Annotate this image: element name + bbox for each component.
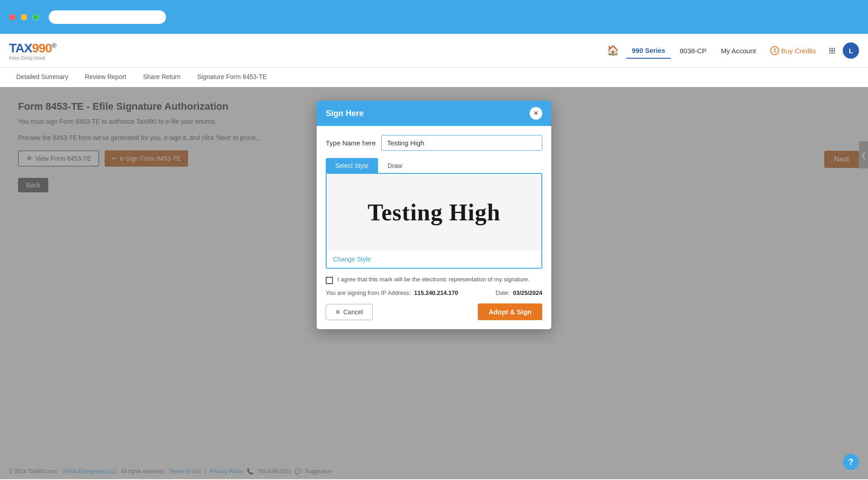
sub-nav: Detailed Summary Review Report Share Ret… [0,68,868,87]
traffic-light-red[interactable] [9,14,15,20]
app-container: TAX990® Keep Doing Good 🏠 990 Series 803… [0,34,868,480]
change-style-link[interactable]: Change Style [333,256,371,263]
nav-990-series[interactable]: 990 Series [626,43,670,59]
sign-here-modal: Sign Here × Type Name here Select Style … [317,101,551,329]
nav-my-account[interactable]: My Account [716,43,762,58]
ip-label: You are signing from IP Address: 115.240… [326,289,458,296]
grid-icon[interactable]: ⊞ [825,42,839,59]
date-value: 03/25/2024 [513,289,542,296]
tab-select-style[interactable]: Select Style [326,158,378,173]
agreement-row: I agree that this mark will be the elect… [326,276,542,284]
address-bar[interactable] [49,10,166,24]
logo-tax: TAX990® [9,41,56,56]
cancel-button[interactable]: ✕ Cancel [326,304,373,320]
modal-overlay: Sign Here × Type Name here Select Style … [0,87,868,479]
signature-text: Testing High [368,199,501,226]
signature-footer: Change Style [327,251,541,268]
modal-close-button[interactable]: × [530,107,542,120]
nav-8038-cp[interactable]: 8038-CP [674,43,712,58]
date-label: Date: 03/25/2024 [496,289,542,296]
type-name-row: Type Name here [326,135,542,151]
modal-header: Sign Here × [317,101,551,126]
modal-body: Type Name here Select Style Draw Testing… [317,126,551,329]
tab-share-return[interactable]: Share Return [136,68,188,87]
tab-review-report[interactable]: Review Report [78,68,134,87]
type-name-label: Type Name here [326,139,376,147]
modal-tabs: Select Style Draw [326,158,542,173]
agreement-text: I agree that this mark will be the elect… [337,276,530,283]
tab-signature-form[interactable]: Signature Form 8453-TE [190,68,274,87]
ip-date-row: You are signing from IP Address: 115.240… [326,289,542,296]
browser-chrome [0,0,868,34]
agreement-checkbox[interactable] [326,277,333,284]
help-button[interactable]: ? [843,454,859,470]
signature-preview: Testing High [327,174,541,251]
name-input[interactable] [381,135,542,151]
avatar[interactable]: L [843,42,859,59]
dollar-circle-icon: $ [770,46,779,55]
logo-area: TAX990® Keep Doing Good [9,41,56,61]
nav-buy-credits[interactable]: $ Buy Credits [765,42,822,59]
signature-preview-wrapper: Testing High Change Style [326,173,542,269]
modal-footer: ✕ Cancel Adopt & Sign [326,303,542,320]
adopt-sign-button[interactable]: Adopt & Sign [478,303,542,320]
x-icon: ✕ [335,308,341,316]
nav-links: 🏠 990 Series 8038-CP My Account $ Buy Cr… [603,41,859,60]
modal-title: Sign Here [326,109,364,118]
ip-address: 115.240.214.170 [414,289,458,296]
traffic-light-green[interactable] [32,14,39,20]
logo-subtitle: Keep Doing Good [9,56,56,61]
top-nav: TAX990® Keep Doing Good 🏠 990 Series 803… [0,34,868,68]
tab-draw[interactable]: Draw [378,158,412,173]
tab-detailed-summary[interactable]: Detailed Summary [9,68,75,87]
home-icon[interactable]: 🏠 [603,41,623,60]
traffic-light-yellow[interactable] [21,14,27,20]
